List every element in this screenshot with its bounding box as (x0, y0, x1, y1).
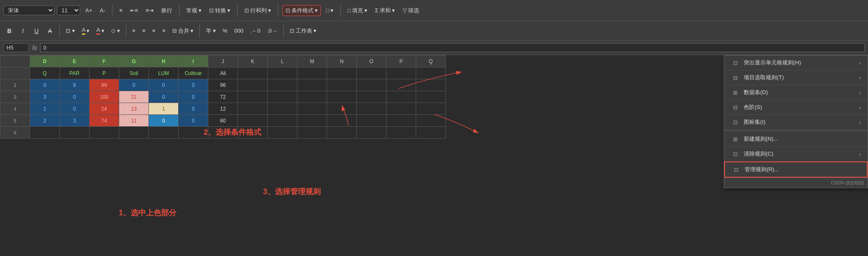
cell-e-header[interactable]: PAR (60, 67, 90, 79)
cell-d6[interactable] (30, 127, 60, 139)
align-justify-button[interactable]: ≡ (160, 26, 168, 35)
pct2-button[interactable]: % (220, 26, 230, 35)
col-l-header[interactable]: L (268, 56, 297, 67)
cell-h4[interactable]: 1 (149, 103, 179, 115)
cell-i3[interactable]: 0 (179, 91, 208, 103)
erase-button[interactable]: ◇ ▾ (109, 26, 123, 35)
col-i-header[interactable]: I (179, 56, 208, 67)
cell-i4[interactable]: 0 (179, 103, 208, 115)
cell-e4[interactable]: 0 (60, 103, 90, 115)
cell-j3[interactable]: 72 (208, 91, 238, 103)
cell-d5[interactable]: 2 (30, 115, 60, 127)
col-h-header[interactable]: H (149, 56, 179, 67)
cell-d4[interactable]: 1 (30, 103, 60, 115)
cell-j-header[interactable]: All (208, 67, 238, 79)
cell-g2[interactable]: 0 (119, 79, 149, 91)
cell-j2[interactable]: 96 (208, 79, 238, 91)
menu-item-top-bottom-rules[interactable]: ⊟ 项目选取规则(T) › (724, 70, 868, 85)
bold-button[interactable]: B (3, 26, 15, 36)
cell-h3[interactable]: 0 (149, 91, 179, 103)
dec-dec2-button[interactable]: .0→ (265, 26, 280, 35)
col-k-header[interactable]: K (238, 56, 268, 67)
thousands2-button[interactable]: 000 (232, 26, 246, 35)
align-right2-button[interactable]: ≡ (150, 26, 158, 35)
cell-e5[interactable]: 3 (60, 115, 90, 127)
cell-f-header[interactable]: P (90, 67, 119, 79)
cell-reference-input[interactable] (3, 43, 29, 52)
cell-f3[interactable]: 100 (90, 91, 119, 103)
fill-button[interactable]: □ 填充 ▾ (345, 6, 370, 16)
cell-i-header[interactable]: Cultivar (179, 67, 208, 79)
menu-item-data-bars[interactable]: ⊞ 数据条(D) › (724, 85, 868, 100)
conditional-format-button[interactable]: ⊡ 条件格式 ▾ (283, 5, 321, 16)
cell-j6[interactable] (208, 127, 238, 139)
col-q-header[interactable]: Q (416, 56, 446, 67)
filter-button[interactable]: ▽ 筛选 (400, 6, 422, 16)
align-left2-button[interactable]: ≡ (130, 26, 138, 35)
cell-i6[interactable] (179, 127, 208, 139)
cell-d3[interactable]: 3 (30, 91, 60, 103)
cell-g4[interactable]: 13 (119, 103, 149, 115)
font-size-select[interactable]: 11 (57, 6, 80, 15)
align-left-button[interactable]: ⇤≡ (128, 6, 141, 15)
border-button[interactable]: □▾ (323, 6, 336, 15)
cell-border-button[interactable]: ⊡ ▾ (63, 26, 78, 35)
cell-f2[interactable]: 99 (90, 79, 119, 91)
sheep-button[interactable]: 羊 ▾ (203, 26, 218, 36)
fill-color-button[interactable]: A ▾ (79, 25, 92, 36)
font-family-select[interactable]: 宋体 (3, 6, 54, 15)
cell-g5[interactable]: 11 (119, 115, 149, 127)
menu-item-new-rule[interactable]: ⊞ 新建规则(N)... (724, 132, 868, 147)
format-select-button[interactable]: 常规 ▾ (184, 6, 204, 16)
align-right-button[interactable]: ≡⇥ (143, 6, 156, 15)
dec-inc2-button[interactable]: .←0 (248, 26, 263, 35)
col-m-header[interactable]: M (297, 56, 327, 67)
cell-f6[interactable] (90, 127, 119, 139)
cell-e6[interactable] (60, 127, 90, 139)
underline-button[interactable]: U (31, 26, 42, 36)
cell-h2[interactable]: 0 (149, 79, 179, 91)
cell-f4[interactable]: 24 (90, 103, 119, 115)
cell-h5[interactable]: 0 (149, 115, 179, 127)
cell-g-header[interactable]: Soil (119, 67, 149, 79)
font-color-button[interactable]: A ▾ (94, 25, 107, 36)
menu-item-manage-rules[interactable]: ⊡ 管理规则(R)... (724, 161, 868, 178)
font-shrink-button[interactable]: A- (97, 6, 108, 15)
cell-j5[interactable]: 60 (208, 115, 238, 127)
align-center-button[interactable]: ≡ (117, 6, 125, 15)
cell-i2[interactable]: 0 (179, 79, 208, 91)
cell-g6[interactable] (119, 127, 149, 139)
worksheet-button[interactable]: ⊡ 工作表 ▾ (287, 26, 319, 36)
cell-j4[interactable]: 12 (208, 103, 238, 115)
cell-d-header[interactable]: Q (30, 67, 60, 79)
col-f-header[interactable]: F (90, 56, 119, 67)
cell-d2[interactable]: 0 (30, 79, 60, 91)
convert-button[interactable]: ⊡ 转换 ▾ (207, 6, 233, 16)
menu-item-clear-rules[interactable]: ⊡ 清除规则(C) › (724, 147, 868, 161)
font-grow-button[interactable]: A+ (83, 6, 95, 15)
col-g-header[interactable]: G (119, 56, 149, 67)
menu-item-highlight-rules[interactable]: ⊡ 突出显示单元格规则(H) › (724, 56, 868, 70)
menu-item-color-scales[interactable]: ⊟ 色阶(S) › (724, 100, 868, 115)
cell-g3[interactable]: 21 (119, 91, 149, 103)
italic-button[interactable]: I (17, 26, 29, 36)
col-j-header[interactable]: J (208, 56, 238, 67)
cell-h6[interactable] (149, 127, 179, 139)
cell-h-header[interactable]: LUM (149, 67, 179, 79)
formula-input[interactable] (40, 43, 865, 52)
col-n-header[interactable]: N (327, 56, 357, 67)
col-p-header[interactable]: P (386, 56, 416, 67)
cell-e2[interactable]: 8 (60, 79, 90, 91)
row-col-button[interactable]: ⊡ 行和列 ▾ (242, 6, 274, 16)
merge2-button[interactable]: ⊟ 合并 ▾ (170, 26, 196, 36)
cell-f5[interactable]: 74 (90, 115, 119, 127)
col-d-header[interactable]: D (30, 56, 60, 67)
wrap-button[interactable]: 换行 (159, 6, 175, 16)
menu-item-icon-sets[interactable]: ⊡ 图标集(I) › (724, 115, 868, 130)
strikethrough-button[interactable]: A (44, 26, 56, 36)
col-o-header[interactable]: O (357, 56, 386, 67)
align-center2-button[interactable]: ≡ (140, 26, 148, 35)
cell-i5[interactable]: 0 (179, 115, 208, 127)
col-e-header[interactable]: E (60, 56, 90, 67)
cell-e3[interactable]: 0 (60, 91, 90, 103)
